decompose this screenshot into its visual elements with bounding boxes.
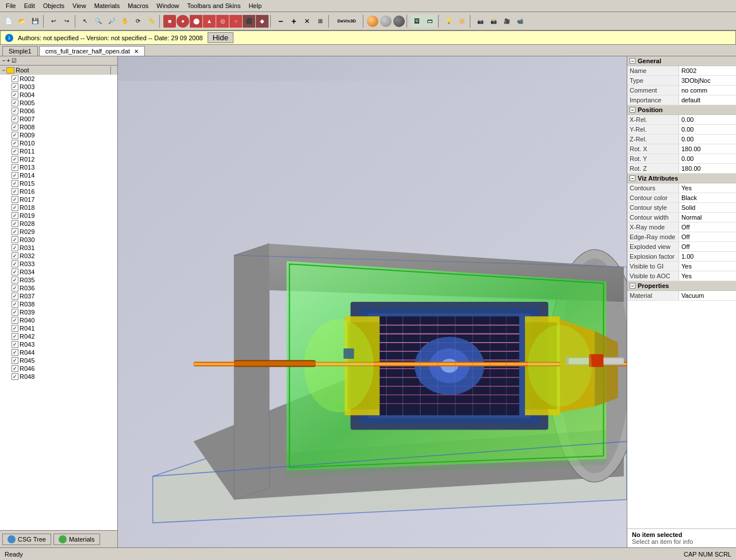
tb-cross[interactable]: ✕ <box>301 15 313 28</box>
tree-item[interactable]: R014 <box>0 171 117 179</box>
tree-checkbox[interactable] <box>12 124 18 131</box>
tree-item[interactable]: R043 <box>0 340 117 348</box>
hide-button[interactable]: Hide <box>208 32 233 43</box>
tree-item[interactable]: R036 <box>0 284 117 292</box>
tree-checkbox[interactable] <box>12 180 18 187</box>
tab-close-icon[interactable]: ✕ <box>134 48 139 55</box>
tree-checkbox[interactable] <box>12 148 18 155</box>
tb-minus[interactable]: − <box>274 15 287 28</box>
tab-main-file[interactable]: cms_full_tracer_half_open.dat ✕ <box>39 46 145 56</box>
tree-item[interactable]: R041 <box>0 324 117 332</box>
tree-checkbox[interactable] <box>12 236 18 243</box>
tree-item[interactable]: R019 <box>0 212 117 220</box>
tb-davis3d[interactable]: DaVis3D <box>332 15 361 28</box>
tree-item[interactable]: R029 <box>0 228 117 236</box>
tb-zoom[interactable]: 🔍 <box>92 15 105 28</box>
bottom-tab-csg[interactable]: CSG Tree <box>2 534 51 545</box>
tb-sphere-dark[interactable] <box>393 16 405 27</box>
section-viz[interactable]: − Viz Attributes <box>627 174 736 183</box>
tree-item[interactable]: R008 <box>0 123 117 131</box>
tree-checkbox[interactable] <box>12 220 18 227</box>
menu-macros[interactable]: Macros <box>124 1 152 10</box>
tree-item[interactable]: R046 <box>0 365 117 373</box>
tree-item[interactable]: R004 <box>0 91 117 99</box>
tree-checkbox[interactable] <box>12 285 18 291</box>
tb-cam2[interactable]: 📸 <box>487 15 500 28</box>
tree-checkbox[interactable] <box>12 172 18 179</box>
menu-materials[interactable]: Materials <box>91 1 124 10</box>
tree-checkbox[interactable] <box>12 260 18 267</box>
tree-checkbox[interactable] <box>12 156 18 163</box>
tb-add-cone[interactable]: ▲ <box>203 15 216 28</box>
tb-add-torus[interactable]: ◎ <box>216 15 229 28</box>
tree-checkbox[interactable] <box>12 277 18 283</box>
tb-add-box[interactable]: ■ <box>163 15 176 28</box>
tree-item[interactable]: R042 <box>0 332 117 340</box>
tree-checkbox[interactable] <box>12 365 18 372</box>
tree-checkbox[interactable] <box>12 132 18 139</box>
tree-item[interactable]: R018 <box>0 204 117 212</box>
tree-checkbox[interactable] <box>12 83 18 90</box>
tb-pan[interactable]: ✋ <box>118 15 131 28</box>
tree-item[interactable]: R013 <box>0 163 117 171</box>
tree-item[interactable]: R039 <box>0 308 117 316</box>
menu-file[interactable]: File <box>2 1 20 10</box>
viz-collapse[interactable]: − <box>630 175 635 181</box>
menu-help[interactable]: Help <box>245 1 265 10</box>
bottom-tab-materials[interactable]: Materials <box>53 534 100 545</box>
tree-checkbox[interactable] <box>12 244 18 251</box>
tb-sphere-orange[interactable] <box>367 16 378 27</box>
tree-checkbox[interactable] <box>12 75 18 82</box>
tb-cam1[interactable]: 📷 <box>474 15 486 28</box>
tree-checkbox[interactable] <box>12 91 18 98</box>
tb-rotate[interactable]: ⟳ <box>132 15 144 28</box>
tree-checkbox[interactable] <box>12 140 18 147</box>
tb-add-cyl[interactable]: ⬤ <box>190 15 202 28</box>
tb-render2[interactable]: 🗃 <box>424 15 436 28</box>
properties-collapse[interactable]: − <box>630 283 635 289</box>
tree-checkbox[interactable] <box>12 317 18 324</box>
tree-item[interactable]: R007 <box>0 115 117 123</box>
tb-cam3[interactable]: 🎥 <box>500 15 513 28</box>
tree-checkbox[interactable] <box>12 188 18 195</box>
menu-edit[interactable]: Edit <box>21 1 39 10</box>
tb-add-obj[interactable]: ◆ <box>256 15 269 28</box>
general-collapse[interactable]: − <box>630 58 635 64</box>
tree-check-icon[interactable]: ☑ <box>12 57 17 64</box>
menu-view[interactable]: View <box>69 1 90 10</box>
tree-checkbox[interactable] <box>12 349 18 356</box>
root-collapse[interactable]: − <box>2 67 5 73</box>
tree-item[interactable]: R003 <box>0 83 117 91</box>
tree-root-row[interactable]: − Root <box>0 66 117 75</box>
menu-toolbars[interactable]: Toolbars and Skins <box>183 1 244 10</box>
tree-checkbox[interactable] <box>12 108 18 114</box>
tree-checkbox[interactable] <box>12 309 18 316</box>
tree-checkbox[interactable] <box>12 99 18 106</box>
section-position[interactable]: − Position <box>627 105 736 115</box>
tab-simple1[interactable]: Simple1 <box>2 46 38 56</box>
tb-zoom2[interactable]: 🔎 <box>105 15 118 28</box>
tb-grid[interactable]: ⊞ <box>314 15 327 28</box>
position-collapse[interactable]: − <box>630 107 635 113</box>
tb-add-extrude[interactable]: ⬛ <box>243 15 255 28</box>
tree-checkbox[interactable] <box>12 293 18 300</box>
tb-light1[interactable]: 💡 <box>442 15 455 28</box>
tb-plus[interactable]: + <box>288 15 300 28</box>
tb-cam4[interactable]: 📹 <box>513 15 526 28</box>
menu-window[interactable]: Window <box>153 1 182 10</box>
tree-item[interactable]: R017 <box>0 195 117 204</box>
tb-render1[interactable]: 🖼 <box>411 15 423 28</box>
viewport[interactable] <box>118 56 627 547</box>
tree-checkbox[interactable] <box>12 333 18 340</box>
tree-item[interactable]: R045 <box>0 356 117 365</box>
tree-expand-icon[interactable]: + <box>7 57 10 64</box>
tree-collapse-icon[interactable]: − <box>2 57 6 64</box>
tree-item[interactable]: R002 <box>0 75 117 83</box>
tree-item[interactable]: R032 <box>0 252 117 260</box>
tb-redo[interactable]: ↪ <box>60 15 73 28</box>
tree-item[interactable]: R028 <box>0 220 117 228</box>
tree-item[interactable]: R037 <box>0 292 117 300</box>
tb-light2[interactable]: 🔆 <box>455 15 468 28</box>
section-properties[interactable]: − Properties <box>627 281 736 291</box>
tree-checkbox[interactable] <box>12 164 18 171</box>
